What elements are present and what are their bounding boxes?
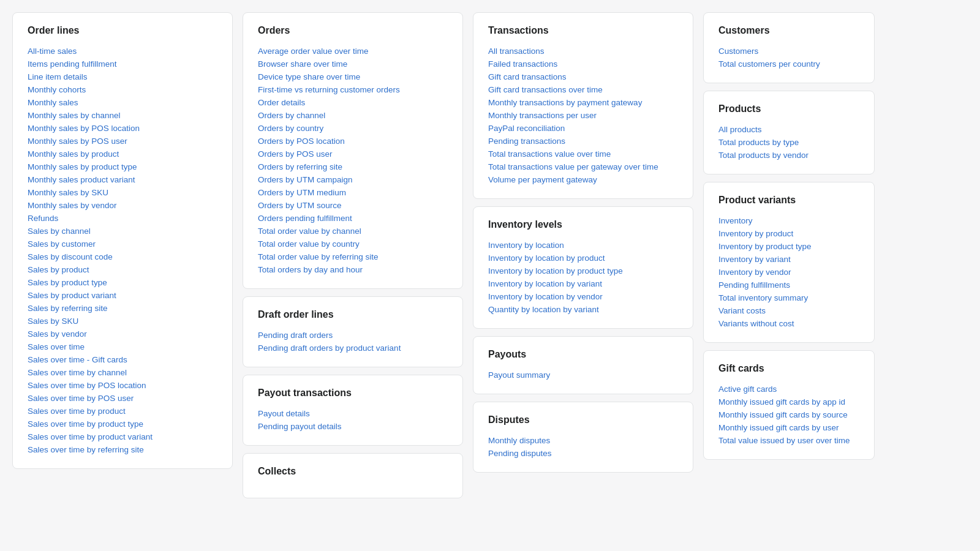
report-link[interactable]: Total order value by referring site: [258, 250, 448, 263]
report-link[interactable]: Monthly sales: [28, 96, 217, 109]
report-link[interactable]: Inventory by product type: [718, 240, 859, 253]
report-link[interactable]: All-time sales: [28, 45, 217, 58]
report-link[interactable]: Sales by channel: [28, 225, 217, 238]
report-link[interactable]: Pending fulfillments: [718, 279, 859, 291]
report-link[interactable]: Sales by discount code: [28, 250, 217, 263]
card-inventory-levels: Inventory levelsInventory by locationInv…: [473, 206, 693, 329]
report-link[interactable]: Sales over time - Gift cards: [28, 353, 217, 366]
report-link[interactable]: Monthly sales by POS location: [28, 122, 217, 135]
report-link[interactable]: All products: [718, 123, 859, 136]
report-link[interactable]: Monthly sales by product: [28, 148, 217, 160]
report-link[interactable]: Total products by vendor: [718, 149, 859, 162]
report-link[interactable]: Order details: [258, 96, 448, 109]
report-link[interactable]: Sales over time by referring site: [28, 443, 217, 456]
report-link[interactable]: Gift card transactions: [488, 70, 678, 83]
report-link[interactable]: Inventory by vendor: [718, 266, 859, 279]
report-link[interactable]: Inventory: [718, 214, 859, 227]
report-link[interactable]: Monthly issued gift cards by app id: [718, 395, 859, 408]
report-link[interactable]: Orders by country: [258, 122, 448, 135]
report-link[interactable]: Active gift cards: [718, 383, 859, 395]
report-link[interactable]: Items pending fulfillment: [28, 58, 217, 70]
report-link[interactable]: Monthly cohorts: [28, 83, 217, 96]
report-link[interactable]: Browser share over time: [258, 58, 448, 70]
report-link[interactable]: Pending disputes: [488, 447, 678, 460]
report-link[interactable]: Sales over time by POS location: [28, 379, 217, 392]
report-link[interactable]: Orders by referring site: [258, 160, 448, 173]
report-link[interactable]: Orders by UTM campaign: [258, 173, 448, 186]
report-link[interactable]: Monthly issued gift cards by source: [718, 408, 859, 421]
report-link[interactable]: Orders by POS user: [258, 148, 448, 160]
report-link[interactable]: Total transactions value over time: [488, 148, 678, 160]
card-product-variants: Product variantsInventoryInventory by pr…: [703, 182, 875, 343]
report-link[interactable]: Payout details: [258, 407, 448, 420]
report-link[interactable]: Orders by UTM source: [258, 199, 448, 212]
report-link[interactable]: Sales over time by product: [28, 405, 217, 418]
report-link[interactable]: Variants without cost: [718, 317, 859, 330]
report-link[interactable]: Total transactions value per gateway ove…: [488, 160, 678, 173]
report-link[interactable]: Refunds: [28, 212, 217, 225]
report-link[interactable]: Inventory by location by vendor: [488, 290, 678, 303]
report-link[interactable]: Sales by SKU: [28, 315, 217, 328]
report-link[interactable]: Monthly disputes: [488, 434, 678, 447]
section-title-gift-cards: Gift cards: [718, 363, 859, 374]
section-title-payout-transactions: Payout transactions: [258, 388, 448, 399]
section-title-orders: Orders: [258, 25, 448, 36]
report-link[interactable]: Monthly sales product variant: [28, 173, 217, 186]
report-link[interactable]: Inventory by product: [718, 227, 859, 240]
report-link[interactable]: Monthly sales by SKU: [28, 186, 217, 199]
report-link[interactable]: Failed transactions: [488, 58, 678, 70]
report-link[interactable]: PayPal reconciliation: [488, 122, 678, 135]
report-link[interactable]: Pending draft orders by product variant: [258, 342, 448, 354]
report-link[interactable]: Sales by product type: [28, 276, 217, 289]
report-link[interactable]: Total order value by country: [258, 238, 448, 250]
report-link[interactable]: Payout summary: [488, 369, 678, 381]
report-link[interactable]: Orders by UTM medium: [258, 186, 448, 199]
report-link[interactable]: Volume per payment gateway: [488, 173, 678, 186]
report-link[interactable]: Total customers per country: [718, 58, 859, 70]
report-link[interactable]: Pending payout details: [258, 420, 448, 433]
report-link[interactable]: Monthly sales by product type: [28, 160, 217, 173]
report-link[interactable]: Sales by product variant: [28, 289, 217, 302]
report-link[interactable]: Sales by vendor: [28, 328, 217, 340]
report-link[interactable]: Monthly sales by channel: [28, 109, 217, 122]
report-link[interactable]: Customers: [718, 45, 859, 58]
report-link[interactable]: First-time vs returning customer orders: [258, 83, 448, 96]
report-link[interactable]: Sales over time by POS user: [28, 392, 217, 405]
report-link[interactable]: Orders by channel: [258, 109, 448, 122]
report-link[interactable]: Gift card transactions over time: [488, 83, 678, 96]
report-link[interactable]: Sales over time: [28, 340, 217, 353]
report-link[interactable]: Pending transactions: [488, 135, 678, 148]
report-link[interactable]: All transactions: [488, 45, 678, 58]
report-link[interactable]: Inventory by location: [488, 239, 678, 252]
report-link[interactable]: Monthly transactions per user: [488, 109, 678, 122]
report-link[interactable]: Sales by product: [28, 263, 217, 276]
report-link[interactable]: Monthly sales by vendor: [28, 199, 217, 212]
report-link[interactable]: Variant costs: [718, 304, 859, 317]
report-link[interactable]: Total inventory summary: [718, 291, 859, 304]
report-link[interactable]: Inventory by location by product type: [488, 264, 678, 277]
report-link[interactable]: Total order value by channel: [258, 225, 448, 238]
card-order-lines: Order linesAll-time salesItems pending f…: [12, 12, 233, 469]
report-link[interactable]: Sales over time by channel: [28, 366, 217, 379]
report-link[interactable]: Monthly transactions by payment gateway: [488, 96, 678, 109]
report-link[interactable]: Quantity by location by variant: [488, 303, 678, 316]
report-link[interactable]: Inventory by location by variant: [488, 277, 678, 290]
report-link[interactable]: Inventory by location by product: [488, 252, 678, 264]
report-link[interactable]: Monthly issued gift cards by user: [718, 421, 859, 434]
report-link[interactable]: Pending draft orders: [258, 329, 448, 342]
report-link[interactable]: Device type share over time: [258, 70, 448, 83]
report-link[interactable]: Orders pending fulfillment: [258, 212, 448, 225]
column-col3: TransactionsAll transactionsFailed trans…: [473, 12, 693, 539]
report-link[interactable]: Sales over time by product type: [28, 418, 217, 430]
report-link[interactable]: Monthly sales by POS user: [28, 135, 217, 148]
report-link[interactable]: Total value issued by user over time: [718, 434, 859, 447]
report-link[interactable]: Total products by type: [718, 136, 859, 149]
report-link[interactable]: Sales by referring site: [28, 302, 217, 315]
report-link[interactable]: Total orders by day and hour: [258, 263, 448, 276]
report-link[interactable]: Line item details: [28, 70, 217, 83]
report-link[interactable]: Sales over time by product variant: [28, 430, 217, 443]
report-link[interactable]: Orders by POS location: [258, 135, 448, 148]
report-link[interactable]: Sales by customer: [28, 238, 217, 250]
report-link[interactable]: Inventory by variant: [718, 253, 859, 266]
report-link[interactable]: Average order value over time: [258, 45, 448, 58]
